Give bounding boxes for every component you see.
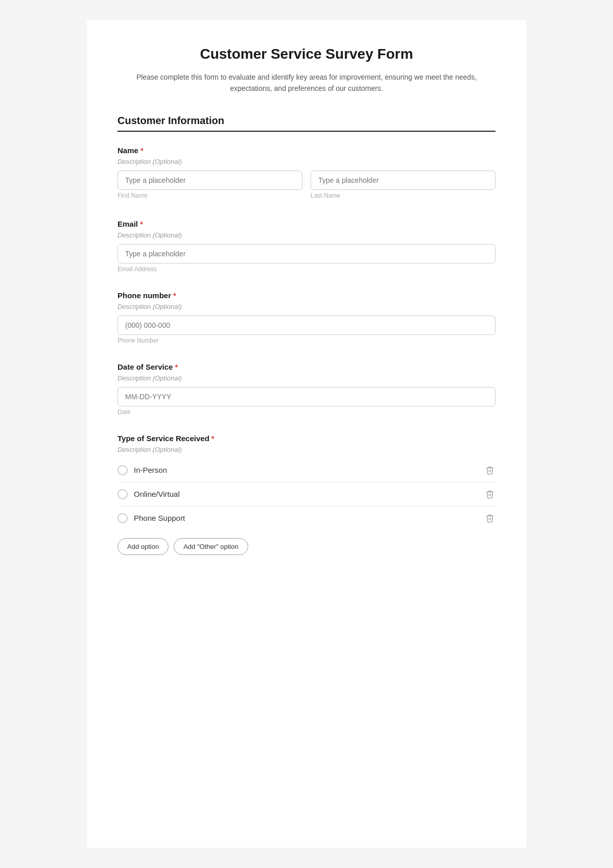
last-name-input[interactable] xyxy=(311,171,496,190)
radio-option-left-2: Phone Support xyxy=(117,513,185,523)
field-phone-label: Phone number * xyxy=(117,291,496,300)
field-name: Name * Description (Optional) First Name… xyxy=(117,146,496,201)
date-sublabel: Date xyxy=(117,408,496,416)
phone-input-wrapper: Phone Number xyxy=(117,316,496,344)
add-options-row: Add option Add "Other" option xyxy=(117,538,496,555)
field-date-description: Description (Optional) xyxy=(117,374,496,382)
phone-input[interactable] xyxy=(117,316,496,335)
phone-sublabel: Phone Number xyxy=(117,337,496,344)
email-input[interactable] xyxy=(117,244,496,263)
radio-option-left-0: In-Person xyxy=(117,465,167,475)
field-email-description: Description (Optional) xyxy=(117,231,496,239)
radio-label-1: Online/Virtual xyxy=(134,490,180,498)
field-email-label: Email * xyxy=(117,220,496,228)
date-input[interactable] xyxy=(117,387,496,406)
first-name-input[interactable] xyxy=(117,171,302,190)
radio-option-row-1: Online/Virtual xyxy=(117,483,496,507)
field-name-label: Name * xyxy=(117,146,496,155)
first-name-sublabel: First Name xyxy=(117,192,302,199)
last-name-sublabel: Last Name xyxy=(311,192,496,199)
field-date-label: Date of Service * xyxy=(117,363,496,371)
field-service-type: Type of Service Received * Description (… xyxy=(117,434,496,555)
field-date: Date of Service * Description (Optional)… xyxy=(117,363,496,416)
email-sublabel: Email Address xyxy=(117,266,496,273)
add-other-option-button[interactable]: Add "Other" option xyxy=(174,538,248,555)
field-service-type-description: Description (Optional) xyxy=(117,446,496,453)
add-option-button[interactable]: Add option xyxy=(117,538,169,555)
page-description: Please complete this form to evaluate an… xyxy=(117,71,496,94)
service-type-options: In-Person Online/Virtual xyxy=(117,459,496,530)
section-customer-info: Customer Information xyxy=(117,115,496,132)
radio-label-2: Phone Support xyxy=(134,514,185,522)
radio-circle-2[interactable] xyxy=(117,513,128,523)
radio-option-row-2: Phone Support xyxy=(117,507,496,530)
radio-circle-0[interactable] xyxy=(117,465,128,475)
page-title: Customer Service Survey Form xyxy=(117,46,496,62)
email-input-wrapper: Email Address xyxy=(117,244,496,273)
field-phone-description: Description (Optional) xyxy=(117,303,496,310)
form-container: Customer Service Survey Form Please comp… xyxy=(87,20,526,848)
delete-option-1[interactable] xyxy=(484,489,496,500)
radio-label-0: In-Person xyxy=(134,466,167,474)
last-name-wrapper: Last Name xyxy=(311,171,496,199)
field-name-description: Description (Optional) xyxy=(117,158,496,165)
radio-circle-1[interactable] xyxy=(117,489,128,499)
radio-option-left-1: Online/Virtual xyxy=(117,489,180,499)
radio-option-row-0: In-Person xyxy=(117,459,496,483)
delete-option-2[interactable] xyxy=(484,513,496,524)
first-name-wrapper: First Name xyxy=(117,171,302,199)
field-name-inputs: First Name Last Name xyxy=(117,171,496,201)
field-phone: Phone number * Description (Optional) Ph… xyxy=(117,291,496,344)
delete-option-0[interactable] xyxy=(484,465,496,476)
field-email: Email * Description (Optional) Email Add… xyxy=(117,220,496,273)
date-input-wrapper: Date xyxy=(117,387,496,416)
field-service-type-label: Type of Service Received * xyxy=(117,434,496,443)
